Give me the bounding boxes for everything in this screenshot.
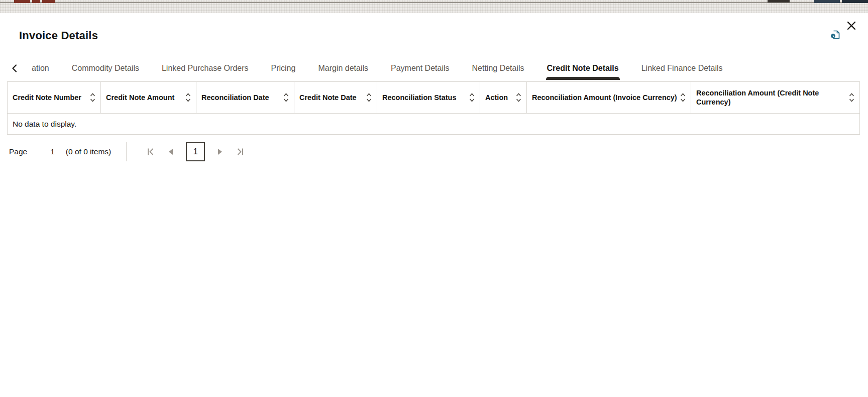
column-label: Credit Note Date bbox=[299, 93, 357, 102]
tab-scroll-left-button[interactable] bbox=[0, 56, 29, 80]
column-label: Reconciliation Amount (Invoice Currency) bbox=[532, 93, 677, 102]
document-audit-icon[interactable] bbox=[829, 28, 842, 41]
background-divider-line bbox=[0, 2, 868, 3]
page-title: Invoice Details bbox=[19, 29, 98, 42]
column-label: Action bbox=[485, 93, 508, 102]
first-page-icon[interactable] bbox=[146, 147, 156, 157]
background-page-sliver bbox=[0, 0, 868, 13]
column-label: Reconciliation Amount (Credit Note Curre… bbox=[696, 88, 846, 107]
items-count-summary: (0 of 0 items) bbox=[66, 147, 111, 156]
background-fragment bbox=[14, 0, 30, 3]
background-fragment bbox=[32, 0, 40, 3]
table-header-row: Credit Note Number Credit Note Amount Re… bbox=[7, 81, 860, 114]
page-label: Page bbox=[9, 147, 27, 156]
invoice-details-modal: Invoice Details ation Commodity Details … bbox=[0, 13, 868, 397]
page-1-button[interactable]: 1 bbox=[186, 142, 205, 161]
sort-icon[interactable] bbox=[366, 93, 372, 102]
background-fragment bbox=[768, 0, 790, 3]
column-header-reconciliation-amount-invoice-currency[interactable]: Reconciliation Amount (Invoice Currency) bbox=[527, 82, 691, 113]
tab-linked-purchase-orders[interactable]: Linked Purchase Orders bbox=[162, 56, 249, 80]
tab-credit-note-details[interactable]: Credit Note Details bbox=[547, 56, 619, 80]
previous-page-icon[interactable] bbox=[168, 148, 174, 155]
background-fragment bbox=[842, 0, 868, 3]
column-header-reconciliation-amount-credit-note-currency[interactable]: Reconciliation Amount (Credit Note Curre… bbox=[691, 82, 859, 113]
sort-icon[interactable] bbox=[283, 93, 289, 102]
tab-pricing[interactable]: Pricing bbox=[271, 56, 296, 80]
pagination-divider bbox=[126, 142, 127, 161]
tab-payment-details[interactable]: Payment Details bbox=[391, 56, 450, 80]
sort-icon[interactable] bbox=[849, 93, 854, 102]
sort-icon[interactable] bbox=[90, 93, 95, 102]
sort-icon[interactable] bbox=[185, 93, 191, 102]
background-fragment bbox=[814, 0, 840, 3]
last-page-icon[interactable] bbox=[235, 147, 245, 157]
document-audit-icon bbox=[829, 29, 841, 41]
next-page-icon[interactable] bbox=[217, 148, 223, 155]
column-label: Credit Note Amount bbox=[106, 93, 174, 102]
sort-icon[interactable] bbox=[469, 93, 475, 102]
sort-icon[interactable] bbox=[516, 93, 521, 102]
sort-icon[interactable] bbox=[680, 93, 686, 102]
background-fragment bbox=[42, 0, 55, 3]
tab-bar: ation Commodity Details Linked Purchase … bbox=[0, 56, 868, 80]
column-header-credit-note-number[interactable]: Credit Note Number bbox=[8, 82, 101, 113]
pagination-bar: Page 1 (0 of 0 items) 1 bbox=[9, 141, 251, 163]
tab-strip: ation Commodity Details Linked Purchase … bbox=[32, 56, 868, 80]
column-header-credit-note-date[interactable]: Credit Note Date bbox=[294, 82, 377, 113]
empty-table-message: No data to display. bbox=[7, 114, 860, 135]
tab-netting-details[interactable]: Netting Details bbox=[472, 56, 524, 80]
tab-commodity-details[interactable]: Commodity Details bbox=[72, 56, 139, 80]
current-page-number[interactable]: 1 bbox=[50, 147, 55, 156]
column-label: Credit Note Number bbox=[13, 93, 81, 102]
tab-linked-finance-details[interactable]: Linked Finance Details bbox=[641, 56, 723, 80]
close-icon[interactable] bbox=[844, 18, 859, 33]
column-header-reconciliation-date[interactable]: Reconciliation Date bbox=[196, 82, 294, 113]
chevron-left-icon bbox=[10, 64, 19, 73]
tab-partial-ation[interactable]: ation bbox=[32, 56, 49, 80]
column-label: Reconciliation Status bbox=[382, 93, 456, 102]
tab-margin-details[interactable]: Margin details bbox=[318, 56, 368, 80]
column-header-action[interactable]: Action bbox=[480, 82, 527, 113]
column-header-credit-note-amount[interactable]: Credit Note Amount bbox=[101, 82, 196, 113]
column-header-reconciliation-status[interactable]: Reconciliation Status bbox=[377, 82, 480, 113]
column-label: Reconciliation Date bbox=[201, 93, 269, 102]
credit-note-table: Credit Note Number Credit Note Amount Re… bbox=[7, 81, 860, 135]
